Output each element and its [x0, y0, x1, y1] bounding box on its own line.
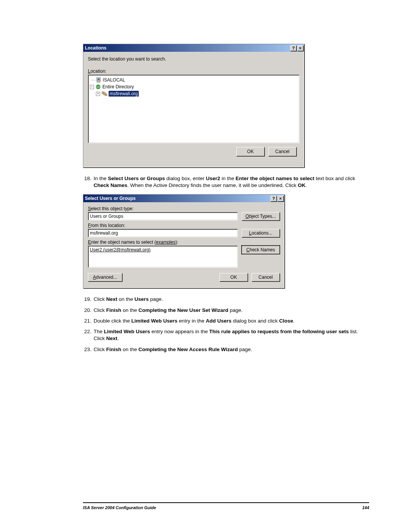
- close-button[interactable]: ×: [277, 196, 284, 201]
- object-types-button[interactable]: Object Types...: [242, 212, 280, 220]
- tree-selected-label: msfirewall.org: [108, 91, 139, 97]
- locations-dialog: Locations ? × Select the location you wa…: [83, 44, 304, 168]
- ok-button[interactable]: OK: [220, 273, 248, 281]
- step-22: 22. The Limited Web Users entry now appe…: [83, 328, 369, 342]
- select-users-title: Select Users or Groups: [85, 196, 135, 201]
- enter-names-label: Enter the object names to select (exampl…: [88, 240, 238, 245]
- ok-button[interactable]: OK: [236, 147, 264, 156]
- collapse-icon[interactable]: −: [90, 85, 94, 89]
- svg-rect-1: [97, 78, 100, 80]
- step-21: 21. Double click the Limited Web Users e…: [83, 318, 369, 324]
- computer-icon: [96, 77, 102, 83]
- step-20: 20. Click Finish on the Completing the N…: [83, 307, 369, 314]
- cancel-button[interactable]: Cancel: [268, 147, 296, 156]
- svg-rect-2: [97, 81, 100, 82]
- step-23: 23. Click Finish on the Completing the N…: [83, 346, 369, 353]
- expand-icon[interactable]: +: [96, 92, 100, 96]
- step-18: 18. In the Select Users or Groups dialog…: [83, 175, 369, 189]
- help-button[interactable]: ?: [271, 196, 277, 201]
- footer-title: ISA Server 2004 Configuration Guide: [83, 505, 156, 510]
- advanced-button[interactable]: Advanced...: [88, 273, 122, 281]
- location-label: Location:: [88, 69, 299, 74]
- resize-grip[interactable]: ⋰: [83, 163, 304, 167]
- tree-node-directory[interactable]: − Entire Directory: [90, 83, 298, 90]
- location-tree[interactable]: ┈┈ ISALOCAL − Entire Directory +: [88, 75, 299, 143]
- examples-link[interactable]: examples: [156, 240, 175, 245]
- close-button[interactable]: ×: [297, 45, 303, 51]
- footer-page: 144: [362, 505, 369, 510]
- check-names-button[interactable]: Check Names: [242, 246, 280, 254]
- locations-title: Locations: [85, 45, 107, 51]
- help-button[interactable]: ?: [290, 45, 296, 51]
- locations-titlebar[interactable]: Locations ? ×: [83, 44, 304, 52]
- location-field: msfirewall.org: [88, 229, 238, 237]
- locations-button[interactable]: Locations...: [242, 229, 280, 237]
- globe-icon: [96, 84, 102, 89]
- step-19: 19. Click Next on the Users page.: [83, 296, 369, 303]
- svg-rect-7: [105, 94, 107, 96]
- select-users-dialog: Select Users or Groups ? × Select this o…: [83, 194, 285, 288]
- locations-instruction: Select the location you want to search.: [88, 56, 299, 62]
- object-type-label: Select this object type:: [88, 206, 238, 211]
- tree-node-msfirewall[interactable]: + msfirewall.org: [90, 90, 298, 97]
- select-users-titlebar[interactable]: Select Users or Groups ? ×: [83, 195, 284, 202]
- page-footer: ISA Server 2004 Configuration Guide 144: [83, 502, 369, 510]
- from-location-label: From this location:: [88, 223, 238, 228]
- cancel-button[interactable]: Cancel: [252, 273, 280, 281]
- domain-icon: [102, 91, 108, 96]
- resize-grip[interactable]: ⋰: [83, 284, 284, 288]
- tree-node-isalocal[interactable]: ┈┈ ISALOCAL: [90, 77, 298, 83]
- object-names-field[interactable]: User2 (user2@msfirewall.org): [88, 246, 238, 268]
- object-type-field: Users or Groups: [88, 212, 238, 220]
